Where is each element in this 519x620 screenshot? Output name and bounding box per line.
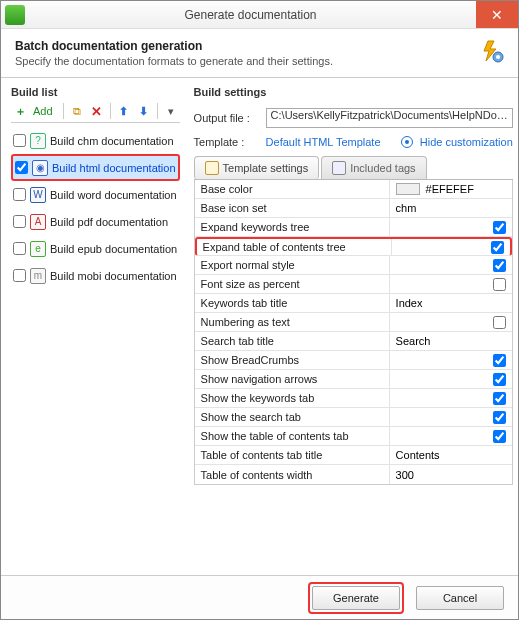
buildlist-item-mobi[interactable]: m Build mobi documentation [11, 262, 180, 289]
prop-value[interactable] [390, 275, 512, 293]
prop-name: Keywords tab title [195, 294, 390, 312]
buildlist-check-pdf[interactable] [13, 215, 26, 228]
prop-checkbox[interactable] [493, 221, 506, 234]
prop-name: Search tab title [195, 332, 390, 350]
color-swatch [396, 183, 420, 195]
prop-checkbox[interactable] [493, 392, 506, 405]
buildlist-item-html[interactable]: ◉ Build html documentation [11, 154, 180, 181]
page-subtitle: Specify the documentation formats to gen… [15, 55, 480, 67]
prop-checkbox[interactable] [493, 354, 506, 367]
lightning-icon [480, 39, 504, 63]
buildlist-item-pdf[interactable]: A Build pdf documentation [11, 208, 180, 235]
buildlist-check-chm[interactable] [13, 134, 26, 147]
prop-row[interactable]: Keywords tab titleIndex [195, 294, 512, 313]
prop-row[interactable]: Numbering as text [195, 313, 512, 332]
prop-row[interactable]: Expand table of contents tree [195, 237, 512, 256]
buildlist-item-word[interactable]: W Build word documentation [11, 181, 180, 208]
tab-included-tags[interactable]: Included tags [321, 156, 426, 179]
prop-value[interactable] [390, 256, 512, 274]
buildlist-item-chm[interactable]: ? Build chm documentation [11, 127, 180, 154]
prop-value[interactable]: chm [390, 199, 512, 217]
app-icon [5, 5, 25, 25]
prop-row[interactable]: Show navigation arrows [195, 370, 512, 389]
cancel-button[interactable]: Cancel [416, 586, 504, 610]
prop-value[interactable] [390, 408, 512, 426]
prop-row[interactable]: Export normal style [195, 256, 512, 275]
prop-row[interactable]: Base icon setchm [195, 199, 512, 218]
prop-value[interactable] [392, 239, 510, 255]
prop-value[interactable] [390, 370, 512, 388]
close-button[interactable]: ✕ [476, 1, 518, 28]
prop-value[interactable]: Contents [390, 446, 512, 464]
buildlist-check-mobi[interactable] [13, 269, 26, 282]
prop-row[interactable]: Expand keywords tree [195, 218, 512, 237]
chm-icon: ? [30, 133, 46, 149]
prop-row[interactable]: Show the keywords tab [195, 389, 512, 408]
prop-row[interactable]: Table of contents width300 [195, 465, 512, 484]
buildlist-label: Build list [11, 86, 180, 98]
buildlist-label-word: Build word documentation [50, 189, 177, 201]
epub-icon: e [30, 241, 46, 257]
pdf-icon: A [30, 214, 46, 230]
prop-value[interactable]: Search [390, 332, 512, 350]
prop-value[interactable] [390, 218, 512, 236]
eye-icon [401, 136, 413, 148]
window-title: Generate documentation [25, 8, 476, 22]
move-down-icon[interactable]: ⬇ [135, 102, 153, 120]
word-icon: W [30, 187, 46, 203]
prop-checkbox[interactable] [493, 259, 506, 272]
buildsettings-label: Build settings [194, 86, 513, 98]
prop-checkbox[interactable] [493, 278, 506, 291]
prop-name: Table of contents width [195, 465, 390, 484]
prop-row[interactable]: Font size as percent [195, 275, 512, 294]
prop-checkbox[interactable] [493, 373, 506, 386]
prop-name: Font size as percent [195, 275, 390, 293]
prop-row[interactable]: Show the search tab [195, 408, 512, 427]
prop-name: Numbering as text [195, 313, 390, 331]
prop-name: Show the table of contents tab [195, 427, 390, 445]
menu-icon[interactable]: ▾ [162, 102, 180, 120]
prop-name: Base icon set [195, 199, 390, 217]
prop-row[interactable]: Show BreadCrumbs [195, 351, 512, 370]
prop-value[interactable] [390, 427, 512, 445]
prop-value[interactable] [390, 389, 512, 407]
prop-row[interactable]: Show the table of contents tab [195, 427, 512, 446]
tab-included-tags-label: Included tags [350, 162, 415, 174]
included-tags-icon [332, 161, 346, 175]
delete-icon[interactable]: ✕ [88, 102, 106, 120]
prop-value[interactable]: Index [390, 294, 512, 312]
outputfile-field[interactable]: C:\Users\KellyFitzpatrick\Documents\Help… [266, 108, 513, 128]
prop-name: Table of contents tab title [195, 446, 390, 464]
hide-customization-link[interactable]: Hide customization [420, 136, 513, 148]
prop-name: Show the keywords tab [195, 389, 390, 407]
buildlist-check-word[interactable] [13, 188, 26, 201]
tab-template-settings[interactable]: Template settings [194, 156, 320, 179]
prop-value[interactable] [390, 351, 512, 369]
prop-row[interactable]: Table of contents tab titleContents [195, 446, 512, 465]
add-button[interactable]: Add [33, 105, 53, 117]
svg-point-1 [496, 55, 500, 59]
buildlist-check-epub[interactable] [13, 242, 26, 255]
add-icon[interactable]: ＋ [11, 102, 29, 120]
prop-value[interactable] [390, 313, 512, 331]
prop-value[interactable]: #EFEFEF [390, 180, 512, 198]
buildlist-label-html: Build html documentation [52, 162, 176, 174]
prop-checkbox[interactable] [493, 430, 506, 443]
prop-name: Show BreadCrumbs [195, 351, 390, 369]
prop-value[interactable]: 300 [390, 465, 512, 484]
prop-row[interactable]: Search tab titleSearch [195, 332, 512, 351]
prop-name: Expand keywords tree [195, 218, 390, 236]
move-up-icon[interactable]: ⬆ [115, 102, 133, 120]
outputfile-label: Output file : [194, 112, 262, 124]
prop-row[interactable]: Base color#EFEFEF [195, 180, 512, 199]
copy-icon[interactable]: ⧉ [68, 102, 86, 120]
prop-checkbox[interactable] [493, 316, 506, 329]
property-grid: Base color#EFEFEFBase icon setchmExpand … [194, 180, 513, 485]
template-link[interactable]: Default HTML Template [266, 136, 381, 148]
generate-button[interactable]: Generate [312, 586, 400, 610]
buildlist-check-html[interactable] [15, 161, 28, 174]
buildlist-label-pdf: Build pdf documentation [50, 216, 168, 228]
prop-checkbox[interactable] [491, 241, 504, 254]
prop-checkbox[interactable] [493, 411, 506, 424]
buildlist-item-epub[interactable]: e Build epub documentation [11, 235, 180, 262]
